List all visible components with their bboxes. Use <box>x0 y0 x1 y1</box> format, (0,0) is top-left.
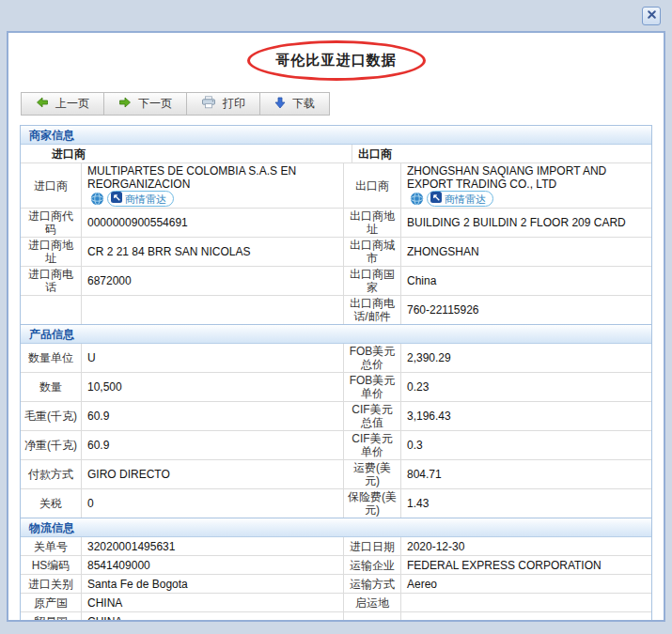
field-value: BUILDING 2 BUILDIN 2 FLOOR 209 CARD <box>401 209 651 237</box>
field-value: 6872000 <box>82 267 344 295</box>
field-label: 数量单位 <box>21 344 82 372</box>
print-button[interactable]: 打印 <box>186 92 260 116</box>
field-value: 60.9 <box>82 402 344 430</box>
field-value: 0 <box>82 489 344 518</box>
field-label: 运输方式 <box>344 575 401 593</box>
radar-icon <box>111 192 122 206</box>
field-value: 0.3 <box>401 431 651 459</box>
section-header-merchant: 商家信息 <box>21 125 651 145</box>
arrow-right-icon <box>118 96 132 112</box>
field-value: 760-22115926 <box>401 296 651 324</box>
field-value: 8541409000 <box>82 556 344 574</box>
printer-icon <box>201 96 216 112</box>
field-value: CHINA <box>82 612 344 622</box>
field-label: FOB美元总价 <box>344 344 401 372</box>
field-label: CIF美元总值 <box>344 402 401 430</box>
table-row: 数量单位 U FOB美元总价 2,390.29 <box>21 344 651 373</box>
table-row: 贸易国 CHINA <box>21 612 651 622</box>
field-label: 进口商代码 <box>21 209 82 237</box>
table-row: 关单号 32020001495631 进口日期 2020-12-30 <box>21 537 651 556</box>
table-row: 数量 10,500 FOB美元单价 0.23 <box>21 373 651 402</box>
field-value: CR 2 21 84 BRR SAN NICOLAS <box>82 238 344 266</box>
next-page-label: 下一页 <box>138 96 172 112</box>
logistics-table: 关单号 32020001495631 进口日期 2020-12-30 HS编码 … <box>21 537 651 622</box>
dialog-panel: 哥伦比亚进口数据 上一页 下一页 打印 下载 商家信息 进口商 出口商 <box>7 31 665 622</box>
field-label: 进口商地址 <box>21 238 82 266</box>
exporter-name-cell: ZHONGSHAN SAQIANG IMPORT AND EXPORT TRAD… <box>401 163 651 208</box>
field-value <box>401 594 651 611</box>
field-label: 运费(美元) <box>344 460 401 488</box>
field-label: 净重(千克) <box>21 431 82 459</box>
prev-page-button[interactable]: 上一页 <box>21 92 104 116</box>
field-value: GIRO DIRECTO <box>82 460 344 488</box>
radar-badge-label: 商情雷达 <box>125 193 166 206</box>
radar-badge-label: 商情雷达 <box>445 193 486 206</box>
field-label: HS编码 <box>21 556 82 574</box>
exporter-column-header: 出口商 <box>352 145 651 162</box>
field-value: 2020-12-30 <box>401 537 651 555</box>
download-button[interactable]: 下载 <box>259 92 330 116</box>
globe-icon[interactable] <box>410 192 424 206</box>
toolbar: 上一页 下一页 打印 下载 <box>21 92 664 116</box>
field-label: 出口商电话/邮件 <box>344 296 401 324</box>
globe-icon[interactable] <box>90 192 104 206</box>
field-value: 2,390.29 <box>401 344 651 372</box>
field-value <box>401 612 651 622</box>
field-label: 保险费(美元) <box>344 489 401 518</box>
table-row: 关税 0 保险费(美元) 1.43 <box>21 489 651 518</box>
field-label: 出口商 <box>344 163 401 208</box>
field-label: 出口商地址 <box>344 209 401 237</box>
field-label: 运输企业 <box>344 556 401 574</box>
importer-name: MULTIPARTES DE COLOMBIA S.A.S EN REORGAN… <box>87 164 339 191</box>
table-row: 毛重(千克) 60.9 CIF美元总值 3,196.43 <box>21 402 651 431</box>
field-label: 贸易国 <box>21 612 82 622</box>
field-label: 启运地 <box>344 594 401 611</box>
close-button[interactable] <box>642 7 661 25</box>
field-value: China <box>401 267 651 295</box>
field-label: 出口商城市 <box>344 238 401 266</box>
download-label: 下载 <box>292 96 315 112</box>
exporter-name: ZHONGSHAN SAQIANG IMPORT AND EXPORT TRAD… <box>407 164 648 191</box>
field-value: 0000000900554691 <box>82 209 344 237</box>
field-label: 进口日期 <box>344 537 401 555</box>
field-value: ZHONGSHAN <box>401 238 651 266</box>
field-value: 0.23 <box>401 373 651 401</box>
table-row: 净重(千克) 60.9 CIF美元单价 0.3 <box>21 431 651 460</box>
field-value <box>82 296 344 324</box>
field-value: 1.43 <box>401 489 651 518</box>
field-value: Santa Fe de Bogota <box>82 575 344 593</box>
table-row: 进口商代码 0000000900554691 出口商地址 BUILDING 2 … <box>21 209 651 238</box>
field-label: 原产国 <box>21 594 82 611</box>
field-value: 3,196.43 <box>401 402 651 430</box>
close-icon <box>647 9 657 23</box>
field-label: 进口关别 <box>21 575 82 593</box>
field-label <box>344 612 401 622</box>
table-row: HS编码 8541409000 运输企业 FEDERAL EXPRESS COR… <box>21 556 651 575</box>
radar-badge-button[interactable]: 商情雷达 <box>107 191 174 207</box>
field-value: 60.9 <box>82 431 344 459</box>
table-row: 原产国 CHINA 启运地 <box>21 594 651 612</box>
window-titlebar <box>0 0 672 31</box>
field-label: 数量 <box>21 373 82 401</box>
prev-page-label: 上一页 <box>55 96 89 112</box>
field-value: FEDERAL EXPRESS CORPORATION <box>401 556 651 574</box>
radar-badge-button[interactable]: 商情雷达 <box>427 191 493 207</box>
arrow-left-icon <box>36 96 49 112</box>
field-label <box>21 296 82 324</box>
table-row: 进口关别 Santa Fe de Bogota 运输方式 Aereo <box>21 575 651 594</box>
field-label: FOB美元单价 <box>344 373 401 401</box>
table-row: 进口商电话 6872000 出口商国家 China <box>21 267 651 296</box>
field-value: 10,500 <box>82 373 344 401</box>
field-label: 关税 <box>21 489 82 518</box>
field-label: 进口商电话 <box>21 267 82 295</box>
merchant-table: 进口商 出口商 进口商 MULTIPARTES DE COLOMBIA S.A.… <box>21 145 651 324</box>
product-table: 数量单位 U FOB美元总价 2,390.29 数量 10,500 FOB美元单… <box>21 344 651 518</box>
field-label: 出口商国家 <box>344 267 401 295</box>
field-value: Aereo <box>401 575 651 593</box>
section-header-product: 产品信息 <box>21 324 651 344</box>
importer-name-cell: MULTIPARTES DE COLOMBIA S.A.S EN REORGAN… <box>82 163 344 208</box>
field-value: 32020001495631 <box>82 537 344 555</box>
table-row: 进口商 出口商 <box>21 145 651 163</box>
next-page-button[interactable]: 下一页 <box>103 92 187 116</box>
field-value: 804.71 <box>401 460 651 488</box>
